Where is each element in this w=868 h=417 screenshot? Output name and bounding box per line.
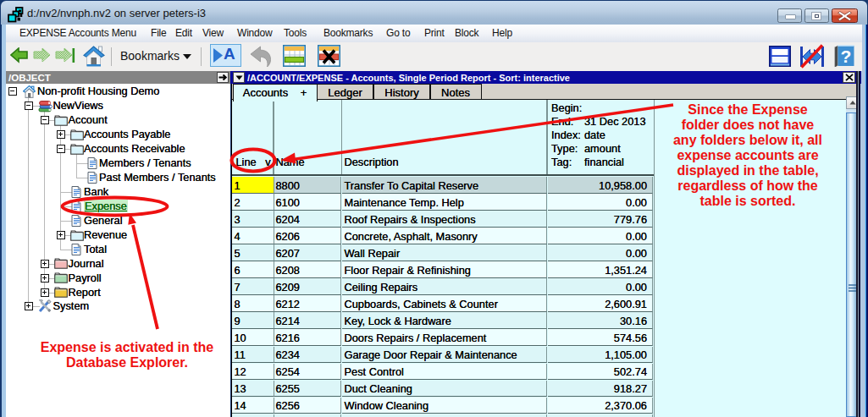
svg-text:?: ? — [841, 47, 852, 66]
